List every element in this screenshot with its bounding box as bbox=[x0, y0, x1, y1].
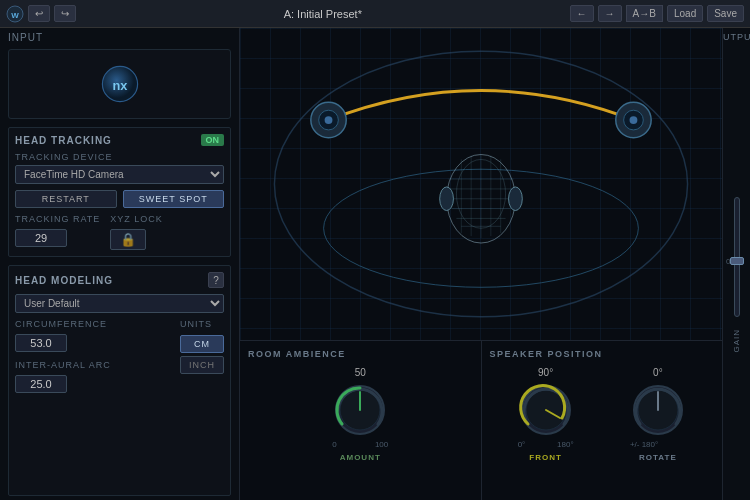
front-range-min: 0° bbox=[518, 440, 526, 449]
hm-fields-row: CIRCUMFERENCE INTER-AURAL ARC UNITS CM I… bbox=[15, 319, 224, 393]
nx-logo: nx bbox=[100, 64, 140, 104]
svg-point-11 bbox=[630, 116, 638, 124]
speaker-position-title: SPEAKER POSITION bbox=[490, 349, 715, 359]
amount-min: 0 bbox=[332, 440, 336, 449]
visualizer-svg bbox=[240, 28, 722, 340]
head-model-select[interactable]: User Default bbox=[15, 294, 224, 313]
amount-knob-group: 50 bbox=[332, 367, 388, 462]
tracking-btn-row: RESTART SWEET SPOT bbox=[15, 190, 224, 208]
room-ambience-title: ROOM AMBIENCE bbox=[248, 349, 473, 359]
room-knob-row: 50 bbox=[248, 367, 473, 492]
restart-button[interactable]: RESTART bbox=[15, 190, 117, 208]
nx-logo-icon: nx bbox=[100, 64, 140, 104]
help-button[interactable]: ? bbox=[208, 272, 224, 288]
inter-aural-label: INTER-AURAL ARC bbox=[15, 360, 174, 370]
rotate-range-val: +/- 180° bbox=[630, 440, 658, 449]
svg-text:nx: nx bbox=[112, 78, 128, 93]
svg-point-25 bbox=[440, 187, 454, 211]
tracking-device-label: TRACKING DEVICE bbox=[15, 152, 224, 162]
speaker-position-panel: SPEAKER POSITION 90° bbox=[482, 341, 723, 500]
head-modeling-header: HEAD MODELING ? bbox=[15, 272, 224, 288]
preset-name: A: Initial Preset* bbox=[80, 8, 566, 20]
cm-button[interactable]: CM bbox=[180, 335, 224, 353]
tracking-rate-input[interactable] bbox=[15, 229, 67, 247]
xyz-lock-button[interactable]: 🔒 bbox=[110, 229, 146, 250]
front-label: FRONT bbox=[529, 453, 562, 462]
xyz-lock-group: XYZ LOCK 🔒 bbox=[110, 214, 163, 250]
top-bar: W ↩ ↪ A: Initial Preset* ← → A→B Load Sa… bbox=[0, 0, 750, 28]
head-tracking-header: HEAD TRACKING ON bbox=[15, 134, 224, 146]
input-label: INPUT bbox=[0, 28, 239, 45]
center-panel: ROOM AMBIENCE 50 bbox=[240, 28, 722, 500]
gain-label: GAIN bbox=[732, 329, 741, 353]
head-tracking-section: HEAD TRACKING ON TRACKING DEVICE FaceTim… bbox=[8, 127, 231, 257]
inch-button[interactable]: INCH bbox=[180, 356, 224, 374]
app-logo-icon: W bbox=[6, 5, 24, 23]
rotate-value: 0° bbox=[653, 367, 663, 378]
main-layout: INPUT nx HEAD TRACKING bbox=[0, 28, 750, 500]
rotate-range: +/- 180° bbox=[630, 440, 686, 449]
bottom-panels: ROOM AMBIENCE 50 bbox=[240, 340, 722, 500]
units-label: UNITS bbox=[180, 319, 224, 329]
amount-label: AMOUNT bbox=[340, 453, 381, 462]
xyz-lock-label: XYZ LOCK bbox=[110, 214, 163, 224]
amount-value: 50 bbox=[355, 367, 366, 378]
tracking-rate-label: TRACKING RATE bbox=[15, 214, 100, 224]
rotate-knob-group: 0° +/- 180° bbox=[630, 367, 686, 462]
prev-preset-button[interactable]: ← bbox=[570, 5, 594, 22]
svg-point-8 bbox=[325, 116, 333, 124]
gain-slider-container: 0 GAIN bbox=[732, 50, 741, 500]
right-panel: OUTPUT 0 GAIN bbox=[722, 28, 750, 500]
front-range-max: 180° bbox=[557, 440, 574, 449]
gain-slider-track: 0 bbox=[734, 197, 740, 317]
rotate-knob[interactable] bbox=[630, 382, 686, 438]
slider-zero: 0 bbox=[726, 257, 730, 266]
next-preset-button[interactable]: → bbox=[598, 5, 622, 22]
svg-text:W: W bbox=[11, 11, 19, 20]
room-ambience-panel: ROOM AMBIENCE 50 bbox=[240, 341, 482, 500]
amount-max: 100 bbox=[375, 440, 388, 449]
tracking-device-select[interactable]: FaceTime HD Camera bbox=[15, 165, 224, 184]
svg-point-26 bbox=[509, 187, 523, 211]
visualizer-area bbox=[240, 28, 722, 340]
redo-button[interactable]: ↪ bbox=[54, 5, 76, 22]
tracking-device-row: FaceTime HD Camera bbox=[15, 165, 224, 184]
front-knob-group: 90° 0° bbox=[518, 367, 574, 462]
inter-aural-group: INTER-AURAL ARC bbox=[15, 360, 174, 393]
front-range: 0° 180° bbox=[518, 440, 574, 449]
left-panel: INPUT nx HEAD TRACKING bbox=[0, 28, 240, 500]
on-badge: ON bbox=[201, 134, 225, 146]
head-model-dropdown-row: User Default bbox=[15, 294, 224, 313]
tracking-fields: TRACKING RATE XYZ LOCK 🔒 bbox=[15, 214, 224, 250]
front-knob[interactable] bbox=[518, 382, 574, 438]
circumference-group: CIRCUMFERENCE bbox=[15, 319, 174, 352]
speaker-knob-row: 90° 0° bbox=[490, 367, 715, 492]
circumference-label: CIRCUMFERENCE bbox=[15, 319, 174, 329]
amount-knob[interactable] bbox=[332, 382, 388, 438]
amount-range: 0 100 bbox=[332, 440, 388, 449]
load-button[interactable]: Load bbox=[667, 5, 703, 22]
sweet-spot-button[interactable]: SWEET SPOT bbox=[123, 190, 225, 208]
ab-button[interactable]: A→B bbox=[626, 5, 663, 22]
save-button[interactable]: Save bbox=[707, 5, 744, 22]
inter-aural-input[interactable] bbox=[15, 375, 67, 393]
tracking-rate-group: TRACKING RATE bbox=[15, 214, 100, 250]
circumference-input[interactable] bbox=[15, 334, 67, 352]
units-group: UNITS CM INCH bbox=[180, 319, 224, 393]
undo-button[interactable]: ↩ bbox=[28, 5, 50, 22]
rotate-label: ROTATE bbox=[639, 453, 677, 462]
nx-logo-area: nx bbox=[8, 49, 231, 119]
head-modeling-section: HEAD MODELING ? User Default CIRCUMFEREN… bbox=[8, 265, 231, 496]
front-value: 90° bbox=[538, 367, 553, 378]
gain-slider-thumb[interactable] bbox=[730, 257, 744, 265]
head-modeling-title: HEAD MODELING bbox=[15, 275, 113, 286]
head-tracking-title: HEAD TRACKING bbox=[15, 135, 112, 146]
